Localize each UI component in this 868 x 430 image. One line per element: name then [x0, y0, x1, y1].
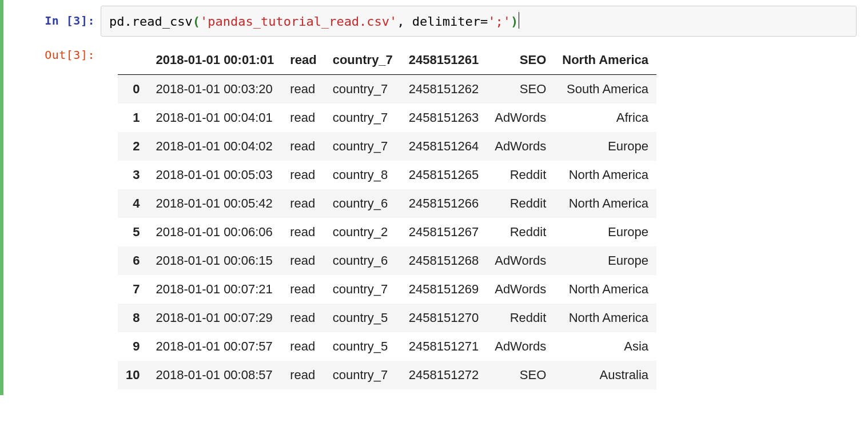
table-cell: 2018-01-01 00:04:01	[148, 103, 282, 132]
table-cell: country_8	[325, 161, 401, 189]
index-header	[118, 46, 148, 75]
table-row: 52018-01-01 00:06:06readcountry_22458151…	[118, 218, 656, 246]
table-row: 02018-01-01 00:03:20readcountry_72458151…	[118, 75, 656, 104]
table-cell: 2458151262	[401, 75, 487, 104]
table-cell: AdWords	[487, 103, 554, 132]
table-cell: 2458151272	[401, 361, 487, 389]
table-cell: country_2	[325, 218, 401, 246]
table-cell: read	[282, 132, 324, 161]
table-cell: country_7	[325, 103, 401, 132]
table-cell: country_5	[325, 332, 401, 361]
table-body: 02018-01-01 00:03:20readcountry_72458151…	[118, 75, 656, 390]
code-token-close-paren: )	[511, 14, 518, 29]
row-index: 6	[118, 246, 148, 275]
table-cell: 2458151265	[401, 161, 487, 189]
table-cell: 2018-01-01 00:05:03	[148, 161, 282, 189]
row-index: 4	[118, 189, 148, 218]
table-cell: country_7	[325, 361, 401, 389]
table-row: 32018-01-01 00:05:03readcountry_82458151…	[118, 161, 656, 189]
table-cell: read	[282, 75, 324, 104]
code-token-fn: read_csv	[132, 14, 193, 29]
table-cell: read	[282, 332, 324, 361]
table-cell: 2458151264	[401, 132, 487, 161]
table-cell: 2458151270	[401, 304, 487, 332]
table-row: 62018-01-01 00:06:15readcountry_62458151…	[118, 246, 656, 275]
table-cell: North America	[554, 161, 656, 189]
table-row: 72018-01-01 00:07:21readcountry_72458151…	[118, 275, 656, 304]
code-token-open-paren: (	[193, 14, 200, 29]
output-area: 2018-01-01 00:01:01 read country_7 24581…	[101, 40, 857, 389]
col-header: 2018-01-01 00:01:01	[148, 46, 282, 75]
table-cell: Reddit	[487, 189, 554, 218]
table-cell: read	[282, 189, 324, 218]
table-cell: 2458151268	[401, 246, 487, 275]
input-prompt: In [3]:	[3, 6, 101, 29]
table-header-row: 2018-01-01 00:01:01 read country_7 24581…	[118, 46, 656, 75]
col-header: 2458151261	[401, 46, 487, 75]
table-cell: Africa	[554, 103, 656, 132]
table-row: 42018-01-01 00:05:42readcountry_62458151…	[118, 189, 656, 218]
table-cell: Asia	[554, 332, 656, 361]
code-input[interactable]: pd.read_csv('pandas_tutorial_read.csv', …	[101, 6, 857, 37]
row-index: 10	[118, 361, 148, 389]
table-cell: read	[282, 218, 324, 246]
table-cell: North America	[554, 304, 656, 332]
table-row: 12018-01-01 00:04:01readcountry_72458151…	[118, 103, 656, 132]
table-row: 92018-01-01 00:07:57readcountry_52458151…	[118, 332, 656, 361]
table-cell: 2458151266	[401, 189, 487, 218]
code-token-kwarg: delimiter	[412, 14, 480, 29]
row-index: 0	[118, 75, 148, 104]
table-cell: Europe	[554, 218, 656, 246]
notebook-cell: In [3]: pd.read_csv('pandas_tutorial_rea…	[0, 0, 868, 395]
table-cell: 2458151267	[401, 218, 487, 246]
row-index: 5	[118, 218, 148, 246]
row-index: 8	[118, 304, 148, 332]
col-header: read	[282, 46, 324, 75]
table-cell: read	[282, 304, 324, 332]
col-header: North America	[554, 46, 656, 75]
table-cell: 2458151263	[401, 103, 487, 132]
code-line[interactable]: pd.read_csv('pandas_tutorial_read.csv', …	[109, 14, 519, 29]
code-token-string-arg: 'pandas_tutorial_read.csv'	[200, 14, 397, 29]
table-cell: 2018-01-01 00:07:29	[148, 304, 282, 332]
row-index: 2	[118, 132, 148, 161]
table-cell: Reddit	[487, 304, 554, 332]
table-cell: country_5	[325, 304, 401, 332]
text-cursor	[519, 12, 519, 29]
table-cell: Australia	[554, 361, 656, 389]
table-cell: 2018-01-01 00:05:42	[148, 189, 282, 218]
table-cell: AdWords	[487, 332, 554, 361]
table-cell: 2018-01-01 00:03:20	[148, 75, 282, 104]
code-token-dot: .	[125, 14, 132, 29]
table-cell: 2018-01-01 00:04:02	[148, 132, 282, 161]
table-cell: country_6	[325, 189, 401, 218]
table-row: 82018-01-01 00:07:29readcountry_52458151…	[118, 304, 656, 332]
table-cell: country_6	[325, 246, 401, 275]
table-cell: country_7	[325, 132, 401, 161]
code-token-eq: =	[480, 14, 488, 29]
table-row: 22018-01-01 00:04:02readcountry_72458151…	[118, 132, 656, 161]
table-cell: 2018-01-01 00:06:15	[148, 246, 282, 275]
table-cell: 2018-01-01 00:08:57	[148, 361, 282, 389]
table-cell: read	[282, 246, 324, 275]
table-cell: 2458151269	[401, 275, 487, 304]
table-cell: North America	[554, 275, 656, 304]
table-cell: 2018-01-01 00:07:21	[148, 275, 282, 304]
table-cell: Europe	[554, 132, 656, 161]
table-cell: AdWords	[487, 246, 554, 275]
table-cell: AdWords	[487, 132, 554, 161]
code-token-comma: ,	[397, 14, 412, 29]
table-cell: 2018-01-01 00:07:57	[148, 332, 282, 361]
code-token-obj: pd	[109, 14, 125, 29]
dataframe-table: 2018-01-01 00:01:01 read country_7 24581…	[118, 46, 656, 389]
row-index: 7	[118, 275, 148, 304]
input-row: In [3]: pd.read_csv('pandas_tutorial_rea…	[3, 6, 868, 37]
table-cell: country_7	[325, 75, 401, 104]
col-header: SEO	[487, 46, 554, 75]
output-prompt: Out[3]:	[3, 40, 101, 63]
table-cell: SEO	[487, 361, 554, 389]
table-cell: Reddit	[487, 218, 554, 246]
row-index: 3	[118, 161, 148, 189]
table-cell: read	[282, 103, 324, 132]
table-cell: country_7	[325, 275, 401, 304]
